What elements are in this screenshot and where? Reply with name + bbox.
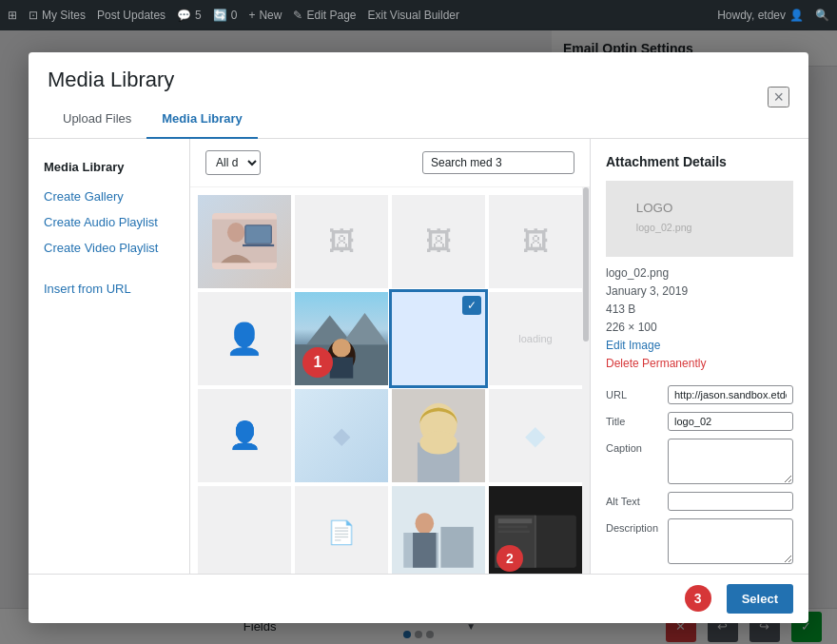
- media-item[interactable]: [392, 389, 485, 482]
- media-item[interactable]: 🖼: [392, 195, 485, 288]
- person-icon-2: 👤: [228, 420, 262, 451]
- sidebar-item-create-video-playlist[interactable]: Create Video Playlist: [29, 235, 189, 261]
- caption-label: Caption: [606, 439, 668, 454]
- attachment-dimensions: 226 × 100: [606, 319, 793, 337]
- caption-field-row: Caption: [606, 439, 793, 484]
- media-item[interactable]: [198, 195, 291, 288]
- tab-upload-files[interactable]: Upload Files: [48, 104, 146, 139]
- scrollbar-track[interactable]: [582, 187, 590, 574]
- shape-icon: ◆: [525, 420, 546, 451]
- placeholder-icon: ◆: [333, 422, 350, 449]
- svg-rect-11: [330, 357, 354, 378]
- media-item[interactable]: [198, 486, 291, 574]
- svg-rect-27: [498, 530, 530, 532]
- url-input[interactable]: [668, 385, 793, 404]
- media-item-selected[interactable]: ✓: [392, 292, 485, 385]
- placeholder-icon: 🖼: [522, 225, 549, 257]
- search-icon-admin[interactable]: 🔍: [815, 9, 829, 22]
- user-avatar: 👤: [789, 9, 804, 22]
- modal-body: Media Library Create Gallery Create Audi…: [29, 139, 808, 574]
- post-updates-item[interactable]: Post Updates: [97, 9, 165, 22]
- tab-media-library[interactable]: Media Library: [146, 104, 258, 139]
- select-button[interactable]: Select: [727, 584, 793, 614]
- svg-rect-28: [624, 181, 776, 257]
- attachment-filename: logo_02.png: [606, 264, 793, 283]
- attachment-date: January 3, 2019: [606, 283, 793, 301]
- media-item[interactable]: 🖼: [489, 195, 582, 288]
- media-item[interactable]: ◆: [295, 389, 388, 482]
- media-item[interactable]: [392, 486, 485, 574]
- media-grid: 🖼 🖼 🖼 👤: [198, 195, 582, 574]
- media-item[interactable]: ◆: [489, 389, 582, 482]
- plus-icon: +: [248, 9, 255, 22]
- search-input[interactable]: [422, 151, 574, 174]
- description-field-row: Description: [606, 518, 793, 564]
- media-item[interactable]: 👤: [198, 389, 291, 482]
- svg-text:LOGO: LOGO: [636, 201, 673, 215]
- modal-tabs: Upload Files Media Library: [48, 104, 768, 138]
- media-item[interactable]: loading: [489, 292, 582, 385]
- placeholder-icon: 📄: [327, 519, 356, 546]
- my-sites-menu[interactable]: ⊡ My Sites: [29, 9, 86, 22]
- modal-header: Media Library Upload Files Media Library…: [29, 52, 808, 139]
- badge-2: 2: [496, 545, 523, 572]
- svg-point-19: [416, 513, 435, 534]
- placeholder-icon: 🖼: [328, 225, 355, 257]
- exit-builder-item[interactable]: Exit Visual Builder: [368, 9, 460, 22]
- title-input[interactable]: [668, 412, 793, 431]
- edit-image-link[interactable]: Edit Image: [606, 337, 793, 355]
- placeholder-text: loading: [518, 333, 552, 344]
- svg-point-15: [419, 431, 457, 455]
- media-toolbar: All d: [190, 139, 590, 187]
- sidebar-item-insert-from-url[interactable]: Insert from URL: [29, 276, 189, 302]
- user-greeting[interactable]: Howdy, etdev 👤: [717, 9, 804, 22]
- update-icon: 🔄: [213, 9, 227, 22]
- media-grid-container[interactable]: 🖼 🖼 🖼 👤: [190, 187, 590, 574]
- edit-page-item[interactable]: ✎ Edit Page: [293, 9, 356, 22]
- media-item[interactable]: 🖼: [295, 195, 388, 288]
- sidebar-item-create-audio-playlist[interactable]: Create Audio Playlist: [29, 209, 189, 235]
- badge-1: 1: [302, 347, 333, 378]
- comment-icon: 💬: [177, 9, 191, 22]
- title-field-row: Title: [606, 412, 793, 431]
- media-item[interactable]: 👤: [198, 292, 291, 385]
- admin-bar: ⊞ ⊡ My Sites Post Updates 💬 5 🔄 0 + New …: [0, 0, 837, 30]
- svg-rect-18: [440, 526, 473, 567]
- sidebar-item-create-gallery[interactable]: Create Gallery: [29, 184, 189, 209]
- close-button[interactable]: ×: [768, 87, 789, 107]
- caption-textarea[interactable]: [668, 439, 793, 484]
- modal-footer: 3 Select: [29, 574, 808, 623]
- svg-rect-26: [498, 525, 528, 527]
- filter-select[interactable]: All d: [205, 150, 261, 175]
- media-item[interactable]: 2: [489, 486, 582, 574]
- wp-logo-icon[interactable]: ⊞: [8, 9, 17, 22]
- updates-item[interactable]: 🔄 0: [213, 9, 238, 22]
- svg-rect-4: [243, 244, 274, 246]
- description-label: Description: [606, 518, 668, 534]
- url-label: URL: [606, 385, 668, 400]
- scrollbar-thumb[interactable]: [583, 187, 589, 342]
- attachment-info: logo_02.png January 3, 2019 413 B 226 × …: [606, 264, 793, 374]
- modal-main: All d: [190, 139, 590, 574]
- media-item[interactable]: 📄: [295, 486, 388, 574]
- person-icon: 👤: [225, 321, 263, 357]
- alt-label: Alt Text: [606, 492, 668, 507]
- comments-item[interactable]: 💬 5: [177, 9, 202, 22]
- sites-icon: ⊡: [29, 9, 38, 22]
- attachment-details-title: Attachment Details: [606, 154, 793, 169]
- delete-permanently-link[interactable]: Delete Permanently: [606, 355, 793, 373]
- new-item[interactable]: + New: [248, 9, 282, 22]
- description-textarea[interactable]: [668, 518, 793, 564]
- badge-3: 3: [685, 585, 711, 612]
- alt-input[interactable]: [668, 492, 793, 511]
- media-item[interactable]: 1: [295, 292, 388, 385]
- sidebar-title: Media Library: [29, 154, 189, 180]
- attachment-panel: Attachment Details LOGO logo_02.png logo…: [590, 139, 808, 574]
- attachment-fields: URL Title Caption Alt Text: [606, 385, 793, 564]
- media-library-modal: Media Library Upload Files Media Library…: [29, 52, 808, 623]
- url-field-row: URL: [606, 385, 793, 404]
- pencil-icon: ✎: [293, 9, 302, 22]
- svg-point-1: [227, 223, 244, 243]
- svg-rect-3: [245, 225, 270, 243]
- svg-rect-20: [413, 533, 437, 568]
